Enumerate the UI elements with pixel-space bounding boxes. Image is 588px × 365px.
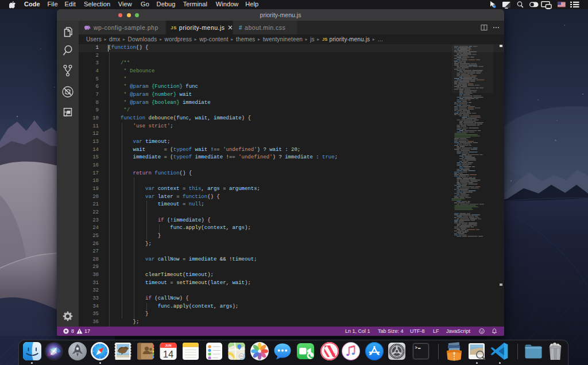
svg-text:JUN: JUN: [165, 344, 171, 347]
svg-text:3D: 3D: [239, 355, 242, 358]
svg-text:>: >: [415, 345, 417, 350]
svg-text:14: 14: [163, 349, 173, 359]
